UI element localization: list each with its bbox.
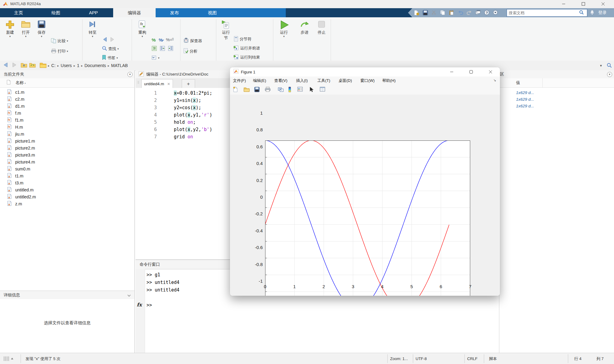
- analyze-button[interactable]: 分析: [183, 48, 197, 55]
- file-row[interactable]: picture1.m: [0, 137, 134, 144]
- breadcrumb-item[interactable]: Users: [61, 63, 72, 68]
- file-row[interactable]: jiu.m: [0, 130, 134, 137]
- file-row[interactable]: d1.m: [0, 103, 134, 110]
- edit-plot-icon[interactable]: [309, 87, 315, 93]
- new-button[interactable]: 新建▾: [2, 19, 18, 61]
- file-name[interactable]: c2.m: [15, 97, 24, 102]
- code-text[interactable]: plot(x,y2,'b'): [174, 127, 212, 132]
- undo-icon[interactable]: [458, 10, 464, 16]
- address-dropdown-icon[interactable]: ▼: [599, 64, 602, 67]
- nav-back-icon[interactable]: [2, 62, 9, 69]
- file-row[interactable]: picture2.m: [0, 144, 134, 151]
- details-collapse-icon[interactable]: [127, 293, 131, 298]
- file-name[interactable]: picture1.m: [15, 139, 35, 143]
- file-row[interactable]: untitled2.m: [0, 193, 134, 200]
- maximize-button[interactable]: [575, 0, 592, 8]
- print-button[interactable]: 打印▾: [51, 48, 68, 55]
- code-text[interactable]: y2=cos(x);: [174, 105, 201, 110]
- doc-search-box[interactable]: [507, 9, 587, 17]
- workspace-value[interactable]: 1x629 d...: [516, 96, 534, 103]
- figure-menu-item[interactable]: 桌面(D): [339, 76, 352, 85]
- file-row[interactable]: fxf1.m: [0, 116, 134, 123]
- ribbon-tab-5[interactable]: 发布: [162, 8, 187, 17]
- notifications-bell-icon[interactable]: [590, 10, 595, 16]
- workspace-column-header[interactable]: 值: [499, 78, 614, 88]
- figure-menu-item[interactable]: 帮助(H): [382, 76, 396, 85]
- link-plot-icon[interactable]: [278, 87, 284, 93]
- file-name[interactable]: untitled2.m: [15, 194, 36, 199]
- goto-button[interactable]: 转至▾: [85, 19, 100, 61]
- figure-close-button[interactable]: [483, 68, 498, 76]
- figure-window[interactable]: Figure 1 ↘ 文件(F)编辑(E)查看(V)插入(I)工具(T)桌面(D…: [230, 67, 500, 296]
- file-name[interactable]: f.m: [15, 111, 21, 116]
- file-row[interactable]: sum0.m: [0, 165, 134, 172]
- file-name[interactable]: t3.m: [15, 180, 23, 185]
- ribbon-tab-2[interactable]: 绘图: [43, 8, 68, 17]
- browse-folder-icon[interactable]: [29, 62, 36, 69]
- file-row[interactable]: fxH.m: [0, 123, 134, 130]
- forward-arrow-icon[interactable]: [109, 37, 115, 43]
- copy-icon[interactable]: [440, 10, 446, 16]
- redo-icon[interactable]: [467, 10, 473, 16]
- section-break-button[interactable]: 分节符: [234, 35, 251, 43]
- refactor-button[interactable]: fx 重构▾: [134, 19, 150, 61]
- open-file-icon[interactable]: [244, 87, 250, 93]
- breadcrumb-item[interactable]: MATLAB: [111, 63, 128, 68]
- folder-up-icon[interactable]: [21, 62, 27, 69]
- code-text[interactable]: x=0:0.01:2*pi;: [174, 90, 212, 96]
- nav-forward-icon[interactable]: [11, 62, 18, 69]
- code-text[interactable]: grid on: [174, 134, 193, 140]
- uncomment-icon[interactable]: %̷: [159, 37, 163, 42]
- figure-title-bar[interactable]: Figure 1: [230, 67, 500, 76]
- file-row[interactable]: c2.m: [0, 96, 134, 103]
- dock-figure-icon[interactable]: ↘: [493, 78, 496, 82]
- workspace-value[interactable]: 1x629 d...: [516, 103, 534, 109]
- run-button[interactable]: 运行▾: [275, 19, 292, 61]
- figure-menu-item[interactable]: 工具(T): [317, 76, 330, 85]
- find-button[interactable]: 查找▾: [102, 45, 119, 52]
- file-row[interactable]: picture4.m: [0, 158, 134, 165]
- file-name[interactable]: jiu.m: [15, 132, 24, 136]
- profiler-button[interactable]: 探查器: [183, 37, 202, 45]
- windows-icon[interactable]: [475, 10, 481, 16]
- run-section-button[interactable]: 运行 节: [218, 19, 234, 61]
- details-header[interactable]: 详细信息: [0, 291, 134, 300]
- file-name[interactable]: z.m: [15, 201, 22, 206]
- more-icon[interactable]: [493, 10, 499, 16]
- close-button[interactable]: [594, 0, 612, 8]
- file-name[interactable]: untitled.m: [15, 187, 34, 192]
- statusbar-grip-icon[interactable]: [4, 356, 14, 362]
- file-row[interactable]: picture3.m: [0, 151, 134, 158]
- wrap-comment-icon[interactable]: %⏎: [166, 37, 174, 42]
- print-figure-icon[interactable]: [265, 87, 271, 93]
- sign-in-link[interactable]: 登录: [598, 10, 607, 15]
- command-prompt[interactable]: >>: [147, 302, 152, 308]
- compare-button[interactable]: 比较▾: [51, 37, 68, 45]
- property-inspector-icon[interactable]: [320, 87, 326, 93]
- step-button[interactable]: 步进: [297, 19, 312, 61]
- file-row[interactable]: c1.m: [0, 89, 134, 96]
- cut-icon[interactable]: [431, 10, 437, 16]
- back-arrow-icon[interactable]: [102, 37, 108, 43]
- file-name[interactable]: picture4.m: [15, 160, 35, 164]
- ribbon-tab-6[interactable]: 视图: [200, 8, 225, 17]
- plot-axes[interactable]: [265, 140, 470, 296]
- figure-minimize-button[interactable]: [444, 68, 459, 76]
- run-advance-button[interactable]: 运行并前进: [234, 45, 260, 52]
- address-search-icon[interactable]: [607, 63, 612, 69]
- panel-menu-icon[interactable]: ▼: [127, 72, 133, 77]
- save-button[interactable]: 保存▾: [33, 19, 50, 61]
- file-row[interactable]: fxf.m: [0, 110, 134, 116]
- file-name[interactable]: picture2.m: [15, 146, 35, 150]
- open-button[interactable]: 打开▾: [18, 19, 34, 61]
- breadcrumb-item[interactable]: 1: [77, 63, 79, 68]
- file-name[interactable]: t1.m: [15, 174, 23, 178]
- file-list-column-header[interactable]: 名称 ▴: [0, 78, 134, 88]
- code-text[interactable]: hold on;: [174, 120, 196, 125]
- figure-menu-item[interactable]: 插入(I): [296, 76, 308, 85]
- figure-maximize-button[interactable]: [464, 68, 479, 76]
- run-to-end-button[interactable]: 运行到结束: [234, 54, 260, 61]
- save-figure-icon[interactable]: [254, 87, 260, 93]
- file-name[interactable]: d1.m: [15, 104, 25, 109]
- indent-right-icon[interactable]: [160, 46, 165, 52]
